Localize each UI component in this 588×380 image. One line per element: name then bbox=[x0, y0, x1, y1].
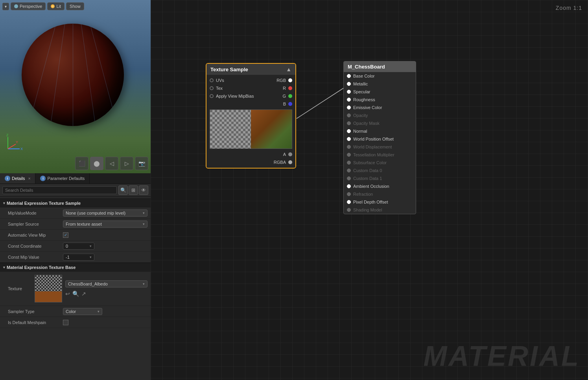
pin-custom0-circle bbox=[347, 169, 351, 172]
pin-emissive-circle bbox=[347, 106, 351, 109]
pin-roughness: Roughness bbox=[344, 96, 416, 104]
texture-label: Texture bbox=[8, 286, 31, 291]
tab-parameter-defaults[interactable]: i Parameter Defaults bbox=[35, 173, 90, 184]
pin-rgba-right: RGBA bbox=[274, 160, 292, 165]
search-bar: 🔍 ⊞ 👁 bbox=[0, 184, 151, 197]
pin-metallic: Metallic bbox=[344, 80, 416, 88]
node-texture-sample[interactable]: Texture Sample ▲ UVs RGB Tex bbox=[206, 63, 296, 169]
pin-opacity: Opacity bbox=[344, 111, 416, 119]
pin-ao-circle bbox=[347, 184, 351, 188]
sampler-type-arrow: ▾ bbox=[98, 310, 100, 313]
pin-rgb-right: RGB bbox=[276, 78, 292, 83]
section-texture-sample[interactable]: ▾ Material Expression Texture Sample bbox=[0, 198, 151, 208]
pin-pixel-depth-offset: Pixel Depth Offset bbox=[344, 198, 416, 206]
search-icon-btn[interactable]: 🔍 bbox=[118, 185, 128, 195]
meshpaint-label: Is Default Meshpain bbox=[8, 320, 63, 325]
sphere-preview bbox=[22, 24, 124, 126]
search-details-input[interactable] bbox=[2, 186, 117, 194]
grid-view-btn[interactable]: ⊞ bbox=[129, 185, 138, 195]
meshpaint-checkbox[interactable] bbox=[63, 320, 68, 325]
pin-normal-label: Normal bbox=[353, 129, 367, 133]
prop-texture: Texture ChessBoard_Albedo ▾ ↩ 🔍 ↗ bbox=[0, 272, 151, 306]
pin-refraction-circle bbox=[347, 192, 351, 196]
prop-mip-value-mode: MipValueMode None (use computed mip leve… bbox=[0, 208, 151, 219]
pin-rgba-circle bbox=[288, 160, 292, 164]
realtime-icon-btn[interactable]: ⬛ bbox=[75, 157, 88, 170]
sampler-type-label: Sampler Type bbox=[8, 309, 63, 314]
texture-name-area: ChessBoard_Albedo ▾ ↩ 🔍 ↗ bbox=[65, 280, 147, 297]
pin-tex-circle bbox=[210, 86, 214, 90]
lit-button[interactable]: Lit bbox=[47, 2, 65, 10]
texture-bottom-half bbox=[35, 291, 62, 302]
mip-value-dropdown[interactable]: None (use computed mip level) ▾ bbox=[63, 209, 147, 217]
node-editor[interactable]: Zoom 1:1 Texture Sample ▲ UVs RGB bbox=[151, 0, 588, 380]
pin-uvs: UVs RGB bbox=[206, 76, 295, 84]
viewport-toolbar: ▾ Perspective Lit Show bbox=[2, 2, 84, 10]
pin-g-label: G bbox=[282, 94, 286, 98]
pin-world-disp-label: World Displacement bbox=[353, 145, 392, 149]
perspective-icon bbox=[14, 4, 18, 8]
param-tab-label: Parameter Defaults bbox=[47, 176, 85, 181]
texture-back-icon[interactable]: ↩ bbox=[65, 291, 70, 297]
pin-uvs-left: UVs bbox=[210, 78, 224, 83]
texture-open-icon[interactable]: ↗ bbox=[81, 291, 86, 297]
const-mip-text: -1 bbox=[66, 255, 70, 260]
left-panel: ▾ Perspective Lit Show ⬛ ⬤ ◁ ▷ 📷 bbox=[0, 0, 151, 380]
node-collapse-btn[interactable]: ▲ bbox=[286, 66, 291, 72]
pin-world-disp-circle bbox=[347, 145, 351, 149]
pin-tess-label: Tessellation Multiplier bbox=[353, 152, 394, 157]
pin-tex-left: Tex bbox=[210, 86, 223, 91]
pin-shading-model-circle bbox=[347, 208, 351, 212]
node-material-pins: Base Color Metallic Specular Roughness E… bbox=[344, 72, 416, 214]
tab-details[interactable]: i Details × bbox=[0, 173, 35, 184]
const-mip-value: -1 ▾ bbox=[63, 254, 147, 261]
pin-opacity-circle bbox=[347, 113, 351, 117]
texture-icon-row: ↩ 🔍 ↗ bbox=[65, 291, 147, 297]
pin-emissive-label: Emissive Color bbox=[353, 105, 382, 110]
mip-value-text: None (use computed mip level) bbox=[66, 211, 125, 215]
viewport-mode-arrow[interactable]: ▾ bbox=[2, 3, 9, 10]
show-button[interactable]: Show bbox=[66, 2, 84, 10]
pin-opacity-mask: Opacity Mask bbox=[344, 119, 416, 127]
details-tab-close[interactable]: × bbox=[28, 176, 31, 181]
sphere-icon-btn[interactable]: ⬤ bbox=[90, 157, 103, 170]
node-material[interactable]: M_ChessBoard Base Color Metallic Specula… bbox=[343, 61, 416, 214]
pin-b-right: B bbox=[283, 102, 292, 106]
const-mip-number[interactable]: -1 ▾ bbox=[63, 254, 94, 261]
camera-icon-btn[interactable]: 📷 bbox=[135, 157, 148, 170]
auto-view-mip-checkbox[interactable] bbox=[63, 232, 68, 238]
node-preview bbox=[210, 109, 292, 149]
pin-uvs-label: UVs bbox=[216, 78, 224, 83]
auto-view-mip-value bbox=[63, 232, 147, 238]
plane-icon-btn[interactable]: ◁ bbox=[105, 157, 118, 170]
section-texture-base[interactable]: ▾ Material Expression Texture Base bbox=[0, 263, 151, 272]
sampler-source-dropdown[interactable]: From texture asset ▾ bbox=[63, 221, 147, 228]
pin-refraction-label: Refraction bbox=[353, 192, 373, 196]
const-coord-value: 0 ▾ bbox=[63, 243, 147, 250]
pin-mip-circle bbox=[210, 94, 214, 98]
section-texture-sample-label: Material Expression Texture Sample bbox=[7, 201, 81, 206]
pin-normal: Normal bbox=[344, 127, 416, 135]
prop-is-default-meshpaint: Is Default Meshpain bbox=[0, 317, 151, 328]
mip-value-arrow: ▾ bbox=[143, 211, 145, 215]
pin-base-color-circle bbox=[347, 74, 351, 78]
pin-world-pos-circle bbox=[347, 137, 351, 141]
sampler-type-dropdown[interactable]: Color ▾ bbox=[63, 308, 102, 315]
details-panel: i Details × i Parameter Defaults 🔍 ⊞ 👁 ▾… bbox=[0, 173, 151, 380]
pin-base-color: Base Color bbox=[344, 72, 416, 80]
light-icon-btn[interactable]: ▷ bbox=[120, 157, 133, 170]
perspective-button[interactable]: Perspective bbox=[11, 2, 46, 10]
const-coord-number[interactable]: 0 ▾ bbox=[63, 243, 94, 250]
pin-r-circle bbox=[288, 86, 292, 90]
texture-name-dropdown[interactable]: ChessBoard_Albedo ▾ bbox=[65, 280, 147, 287]
pin-r-label: R bbox=[283, 86, 286, 91]
const-coord-arrow: ▾ bbox=[90, 244, 92, 248]
pin-a-right: A bbox=[283, 152, 292, 157]
details-tab-icon: i bbox=[5, 176, 10, 181]
pin-custom-data-0: Custom Data 0 bbox=[344, 167, 416, 174]
pin-g-circle bbox=[288, 94, 292, 98]
eye-icon-btn[interactable]: 👁 bbox=[139, 185, 148, 195]
texture-search-icon[interactable]: 🔍 bbox=[72, 291, 79, 297]
mip-value-mode-value: None (use computed mip level) ▾ bbox=[63, 209, 147, 217]
pin-base-color-label: Base Color bbox=[353, 74, 374, 78]
